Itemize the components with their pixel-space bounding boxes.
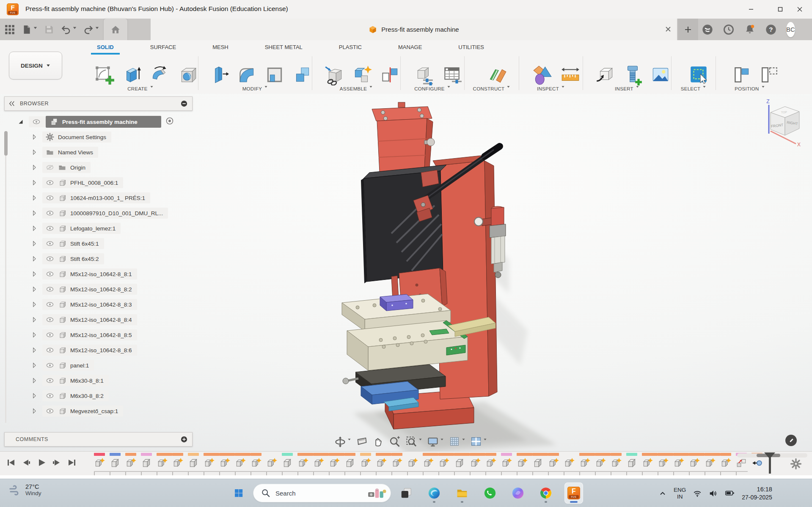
eye-icon[interactable] — [46, 224, 54, 233]
go-to-start-button[interactable] — [6, 458, 16, 469]
timeline-feature[interactable] — [157, 453, 168, 470]
chrome-taskbar-button[interactable] — [537, 482, 555, 504]
tree-row[interactable]: panel:1 — [4, 358, 193, 373]
look-at-button[interactable] — [355, 435, 369, 448]
ribbon-tab-surface[interactable]: SURFACE — [144, 40, 182, 54]
timeline-feature[interactable] — [297, 453, 308, 470]
timeline-feature[interactable] — [141, 453, 152, 470]
measure-button[interactable] — [526, 58, 548, 81]
timeline-marker-stem[interactable] — [769, 458, 771, 474]
zoom-button[interactable] — [388, 435, 402, 448]
clock-widget[interactable]: 16:1827-09-2025 — [742, 485, 772, 502]
group-dropdown-select[interactable]: SELECT — [681, 84, 707, 93]
timeline-feature[interactable] — [94, 453, 105, 470]
timeline-feature[interactable] — [595, 453, 606, 470]
avatar[interactable]: BC — [786, 22, 795, 37]
group-dropdown-configure[interactable]: CONFIGURE — [414, 84, 451, 93]
press-pull-button[interactable] — [202, 58, 225, 81]
group-dropdown-assemble[interactable]: ASSEMBLE — [340, 84, 373, 93]
collapsed-triangle-icon[interactable] — [30, 179, 38, 186]
tree-item[interactable]: Document Settings — [42, 132, 111, 143]
start-button[interactable] — [228, 482, 249, 504]
tree-item[interactable]: M6x30-8_8:2 — [42, 390, 109, 401]
tree-row[interactable]: M5x12-iso_10642-8_8:1 — [4, 266, 193, 282]
timeline-feature[interactable] — [532, 453, 543, 470]
clock-icon[interactable] — [723, 24, 735, 36]
marking-menu-button[interactable] — [785, 435, 797, 446]
tree-item[interactable]: Megvezető_csap:1 — [42, 406, 123, 417]
joint-button[interactable] — [373, 58, 396, 81]
home-button[interactable] — [104, 19, 127, 40]
collapsed-triangle-icon[interactable] — [30, 316, 38, 323]
timeline-feature[interactable] — [642, 453, 653, 470]
timeline-feature[interactable] — [438, 453, 449, 470]
collapsed-triangle-icon[interactable] — [30, 331, 38, 339]
timeline-feature[interactable] — [266, 453, 277, 470]
tree-item[interactable]: panel:1 — [42, 360, 94, 371]
whatsapp-taskbar-button[interactable] — [481, 482, 499, 504]
eye-icon[interactable] — [46, 239, 54, 248]
tree-row[interactable]: Origin — [4, 160, 193, 175]
save-button[interactable] — [42, 22, 56, 37]
go-to-end-button[interactable] — [67, 458, 77, 469]
extensions-icon[interactable] — [702, 24, 713, 36]
collapsed-triangle-icon[interactable] — [30, 194, 38, 202]
tree-row-root[interactable]: Press-fit assembly machine — [4, 114, 193, 129]
group-dropdown-create[interactable]: CREATE — [127, 84, 154, 93]
new-tab-button[interactable] — [678, 19, 698, 40]
eye-icon[interactable] — [46, 331, 54, 339]
tree-item[interactable]: Origin — [42, 162, 91, 173]
eye-icon[interactable] — [46, 194, 54, 202]
tree-row[interactable]: 10000897910_D10_001_DMU_RL... — [4, 206, 193, 221]
collapsed-triangle-icon[interactable] — [30, 392, 38, 400]
eye-icon[interactable] — [46, 392, 54, 400]
viewports-button[interactable] — [469, 435, 488, 448]
timeline-feature[interactable] — [501, 453, 512, 470]
ribbon-tab-mesh[interactable]: MESH — [206, 40, 234, 54]
timeline-feature[interactable] — [344, 453, 355, 470]
tree-item[interactable]: M5x12-iso_10642-8_8:1 — [42, 269, 137, 280]
ribbon-tab-utilities[interactable]: UTILITIES — [452, 40, 490, 54]
fusion-taskbar-button[interactable]: FFUS — [564, 482, 583, 504]
timeline-feature[interactable] — [626, 453, 637, 470]
construction-plane-button[interactable] — [480, 58, 503, 81]
hole-button[interactable] — [171, 58, 194, 81]
edge-taskbar-button[interactable] — [425, 482, 443, 504]
timeline-feature[interactable] — [188, 453, 199, 470]
zoom-window-button[interactable] — [405, 435, 423, 448]
insert-fastener-button[interactable] — [616, 58, 639, 81]
timeline-feature[interactable] — [658, 453, 669, 470]
collapsed-triangle-icon[interactable] — [30, 133, 38, 141]
tree-row[interactable]: Document Settings — [4, 129, 193, 145]
eye-icon[interactable] — [46, 300, 54, 309]
configuration-button[interactable] — [407, 58, 430, 81]
collapsed-triangle-icon[interactable] — [30, 362, 38, 369]
create-sketch-button[interactable] — [87, 58, 110, 81]
battery-icon[interactable] — [725, 488, 735, 499]
eye-icon[interactable] — [46, 270, 54, 278]
help-icon[interactable]: ? — [765, 24, 777, 36]
eye-icon[interactable] — [46, 361, 54, 370]
timeline-feature[interactable] — [548, 453, 559, 470]
new-component-button[interactable] — [345, 58, 368, 81]
tree-row[interactable]: M5x12-iso_10642-8_8:5 — [4, 327, 193, 343]
eye-off-icon[interactable] — [46, 163, 54, 172]
combine-button[interactable] — [286, 58, 308, 81]
group-dropdown-construct[interactable]: CONSTRUCT — [473, 84, 511, 93]
collapsed-triangle-icon[interactable] — [30, 301, 38, 308]
eye-icon[interactable] — [32, 118, 41, 126]
tree-row[interactable]: M6x30-8_8:2 — [4, 388, 193, 403]
collapsed-triangle-icon[interactable] — [30, 285, 38, 293]
tree-item[interactable]: PFHL_0008_006:1 — [42, 177, 123, 188]
tree-row[interactable]: M6x30-8_8:1 — [4, 373, 193, 388]
collapsed-triangle-icon[interactable] — [30, 407, 38, 415]
tree-row[interactable]: 10624-m013-000_1_ PRÉS:1 — [4, 190, 193, 206]
timeline-feature[interactable] — [219, 453, 230, 470]
ribbon-tab-solid[interactable]: SOLID — [91, 40, 120, 54]
tree-row[interactable]: M5x12-iso_10642-8_8:4 — [4, 312, 193, 327]
timeline-feature[interactable] — [470, 453, 481, 470]
tree-item[interactable]: M5x12-iso_10642-8_8:6 — [42, 345, 137, 356]
orbit-button[interactable] — [333, 435, 352, 448]
pan-button[interactable] — [372, 435, 385, 448]
shell-button[interactable] — [258, 58, 281, 81]
